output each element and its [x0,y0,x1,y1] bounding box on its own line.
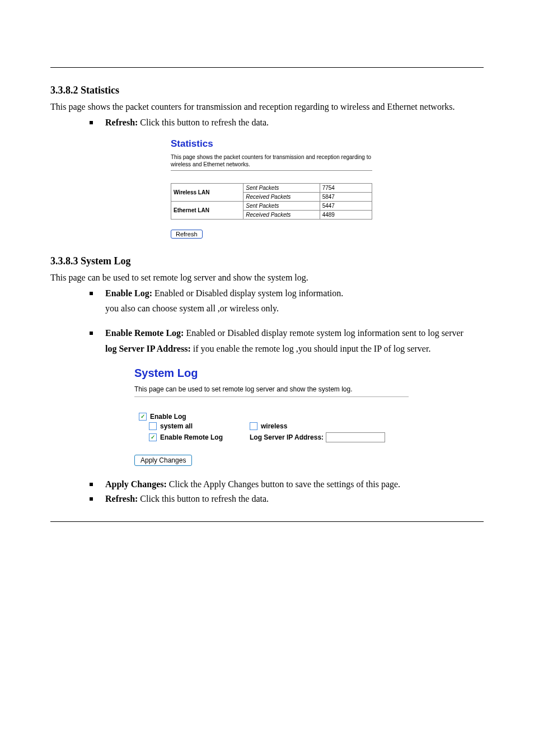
text-apply: Click the Apply Changes button to save t… [169,479,400,489]
stats-panel-title: Statistics [171,138,372,150]
syslog-panel-title: System Log [134,367,409,380]
checkbox-enable-log[interactable] [139,413,147,421]
checkbox-system-all[interactable] [149,422,157,430]
cell-wlan-sent: 7754 [320,184,372,193]
syslog-panel-desc: This page can be used to set remote log … [134,385,409,397]
term-enable-log: Enable Log: [105,288,154,298]
checkbox-wireless[interactable] [250,422,257,430]
bullet-dot-icon [90,121,93,124]
intro-syslog: This page can be used to set remote log … [50,272,484,284]
cell-elan-sent: 5447 [320,202,372,211]
bullet-enable-remote: Enable Remote Log: Enabled or Disabled d… [90,327,484,339]
term-refresh: Refresh: [105,118,140,127]
checkbox-enable-remote[interactable] [149,433,157,441]
statistics-screenshot: Statistics This page shows the packet co… [171,138,372,239]
label-enable-remote: Enable Remote Log [160,433,223,441]
cell-recv2: Received Packets [243,211,320,220]
label-wireless: wireless [261,422,287,430]
term-enable-remote: Enable Remote Log: [105,328,186,338]
row-wlan: Wireless LAN [171,184,243,202]
bullet-dot-icon [90,292,93,295]
cell-sent2: Sent Packets [243,202,320,211]
label-enable-log: Enable Log [150,413,186,421]
bullet-refresh-syslog: Refresh: Click this button to refresh th… [90,493,484,505]
para-after-enable: you also can choose system all ,or wirel… [105,302,484,315]
heading-syslog: 3.3.8.3 System Log [50,255,484,267]
bullet-apply-changes: Apply Changes: Click the Apply Changes b… [90,478,484,491]
cell-wlan-recv: 5847 [320,193,372,202]
label-server-ip: Log Server IP Address: [250,433,324,441]
syslog-screenshot: System Log This page can be used to set … [134,367,409,466]
term-refresh2: Refresh: [105,494,140,503]
text-refresh: Click this button to refresh the data. [140,118,269,127]
log-server-ip-input[interactable] [326,432,385,442]
header-rule [50,67,484,68]
refresh-button[interactable]: Refresh [171,230,203,239]
heading-statistics: 3.3.8.2 Statistics [50,85,484,96]
bullet-refresh-stats: Refresh: Click this button to refresh th… [90,116,484,129]
text-server-ip: if you enable the remote log ,you should… [193,344,431,353]
bullet-dot-icon [90,483,93,486]
stats-panel-desc: This page shows the packet counters for … [171,154,372,171]
bullet-enable-log: Enable Log: Enabled or Disabled display … [90,287,484,300]
stats-table: Wireless LAN Sent Packets 7754 Received … [171,183,372,220]
term-apply: Apply Changes: [105,479,169,489]
cell-recv: Received Packets [243,193,320,202]
text-enable-remote: Enabled or Disabled display remote syste… [186,328,463,338]
apply-changes-button[interactable]: Apply Changes [134,455,192,466]
bullet-dot-icon [90,497,93,501]
footer-rule [50,521,484,522]
term-server-ip: log Server IP Address: [105,344,193,353]
intro-statistics: This page shows the packet counters for … [50,101,484,113]
bullet-dot-icon [90,332,93,335]
cell-sent: Sent Packets [243,184,320,193]
text-enable-log: Enabled or Disabled display system log i… [154,288,343,298]
label-system-all: system all [160,422,193,430]
row-elan: Ethernet LAN [171,202,243,220]
cell-elan-recv: 4489 [320,211,372,220]
text-refresh2: Click this button to refresh the data. [140,494,269,503]
